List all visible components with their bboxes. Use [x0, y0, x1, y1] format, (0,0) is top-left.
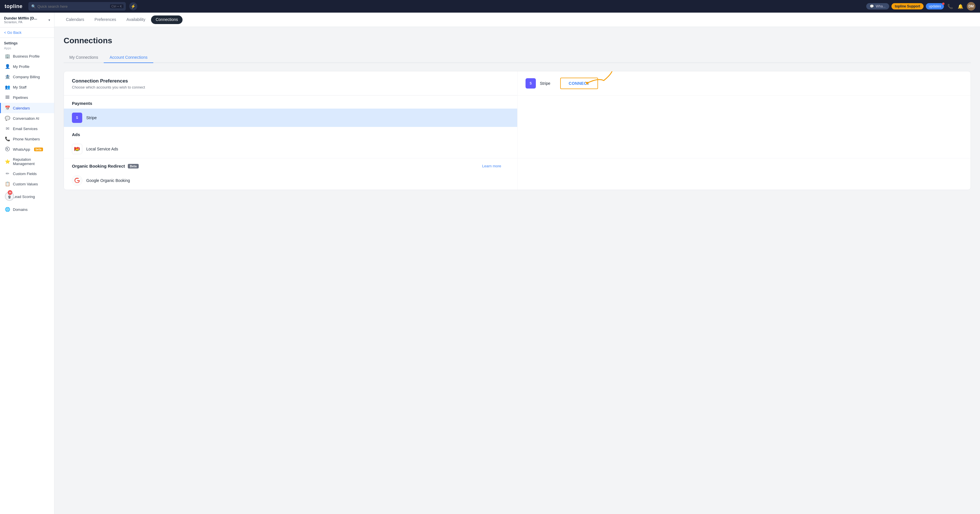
tab-account-connections[interactable]: Account Connections [104, 52, 153, 63]
sidebar-item-pipelines[interactable]: Pipelines [0, 92, 54, 103]
svg-rect-6 [528, 80, 534, 86]
stripe-connection-item[interactable]: Stripe [64, 108, 517, 127]
sidebar-label: WhatsApp [13, 147, 30, 151]
annotation-area: CONNECT [560, 78, 598, 89]
go-back-label: < Go Back [4, 30, 21, 35]
sidebar-item-lead-scoring[interactable]: g 35 Lead Scoring [0, 189, 54, 204]
updates-label: updates [929, 4, 941, 8]
staff-icon: 👥 [5, 84, 10, 90]
sidebar-item-reputation-management[interactable]: ⭐ Reputation Management [0, 155, 54, 169]
support-button[interactable]: topline Support [891, 3, 924, 10]
star-icon: ⭐ [5, 159, 10, 164]
connection-pref-header: Connection Preferences Choose which acco… [64, 72, 517, 95]
sidebar-label: Pipelines [13, 95, 28, 100]
sidebar-label: Custom Fields [13, 172, 37, 176]
account-name: Dunder Mifflin [D... [4, 16, 46, 20]
grader-icon: g 35 [5, 192, 10, 202]
local-service-ads-label: Local Service Ads [86, 147, 118, 151]
account-switcher[interactable]: Dunder Mifflin [D... Scranton, PA ▾ [0, 13, 54, 27]
sidebar-item-conversation-ai[interactable]: 💬 Conversation AI [0, 113, 54, 124]
calendar-icon: 📅 [5, 105, 10, 111]
sidebar-label: Reputation Management [13, 157, 50, 166]
connect-button[interactable]: CONNECT [560, 78, 598, 89]
phone-button[interactable]: 📞 [946, 2, 954, 10]
sidebar-label: Email Services [13, 127, 38, 131]
google-organic-label: Google Organic Booking [86, 178, 130, 183]
avatar-initials: DM [969, 4, 974, 8]
payments-right [517, 96, 970, 127]
avatar[interactable]: DM [967, 2, 975, 11]
payments-section-title: Payments [64, 96, 517, 108]
svg-text:g: g [8, 194, 11, 199]
sidebar-label: Phone Numbers [13, 137, 40, 141]
sidebar-item-phone-numbers[interactable]: 📞 Phone Numbers [0, 134, 54, 144]
stripe-icon [72, 113, 82, 123]
tab-availability[interactable]: Availability [122, 13, 150, 26]
payments-left: Payments Stripe [64, 96, 517, 127]
edit-icon: ✏ [5, 171, 10, 176]
sidebar-item-my-profile[interactable]: 👤 My Profile [0, 61, 54, 72]
phone-numbers-icon: 📞 [5, 136, 10, 142]
beta-badge: beta [34, 148, 43, 151]
sidebar-label: Business Profile [13, 54, 40, 59]
tab-calendars[interactable]: Calendars [61, 13, 89, 26]
billing-icon: 🏦 [5, 74, 10, 80]
sidebar: Dunder Mifflin [D... Scranton, PA ▾ < Go… [0, 13, 54, 514]
tab-my-connections[interactable]: My Connections [64, 52, 104, 63]
google-organic-item[interactable]: Google Organic Booking [64, 171, 517, 190]
updates-button[interactable]: updates [926, 3, 944, 10]
page-title: Connections [64, 36, 971, 45]
organic-right [517, 158, 970, 190]
sidebar-item-my-staff[interactable]: 👥 My Staff [0, 82, 54, 92]
sidebar-item-whatsapp[interactable]: WhatsApp beta [0, 144, 54, 155]
account-info: Dunder Mifflin [D... Scranton, PA [4, 16, 46, 24]
pipelines-icon [5, 95, 10, 100]
learn-more-link[interactable]: Learn more [482, 164, 509, 168]
organic-left: Organic Booking Redirect Beta Learn more [64, 158, 517, 190]
sidebar-label: Calendars [13, 106, 30, 110]
sidebar-item-custom-values[interactable]: 📋 Custom Values [0, 179, 54, 189]
svg-rect-1 [5, 97, 10, 97]
domains-icon: 🌐 [5, 207, 10, 212]
topnav: topline 🔍 Ctrl + K ⚡ 💬 Wha... topline Su… [0, 0, 980, 13]
building-icon: 🏢 [5, 54, 10, 59]
google-g-icon [72, 175, 82, 186]
phone-icon: 📞 [947, 4, 953, 9]
subnav: Calendars Preferences Availability Conne… [54, 13, 980, 27]
sidebar-item-custom-fields[interactable]: ✏ Custom Fields [0, 169, 54, 179]
organic-section-header: Organic Booking Redirect Beta Learn more [64, 158, 517, 171]
email-icon: ✉ [5, 126, 10, 131]
sidebar-item-email-services[interactable]: ✉ Email Services [0, 124, 54, 134]
search-bar: 🔍 Ctrl + K [29, 2, 126, 11]
sidebar-label: My Staff [13, 85, 26, 89]
right-header-panel: Stripe CONNECT [517, 72, 970, 95]
sidebar-item-company-billing[interactable]: 🏦 Company Billing [0, 72, 54, 82]
logo: topline [5, 3, 23, 10]
content-tabs: My Connections Account Connections [64, 52, 971, 63]
bell-icon: 🔔 [958, 4, 963, 9]
sidebar-item-domains[interactable]: 🌐 Domains [0, 204, 54, 215]
sidebar-label: Company Billing [13, 75, 40, 79]
sidebar-label: Lead Scoring [13, 194, 35, 199]
support-label: topline Support [895, 4, 920, 8]
sidebar-item-calendars[interactable]: 📅 Calendars [0, 103, 54, 113]
tab-connections[interactable]: Connections [151, 16, 183, 24]
local-service-ads-item[interactable]: M [64, 140, 517, 158]
main-content: Calendars Preferences Availability Conne… [54, 13, 980, 514]
go-back-link[interactable]: < Go Back [0, 27, 54, 38]
connection-card: Connection Preferences Choose which acco… [64, 71, 971, 190]
bell-button[interactable]: 🔔 [956, 2, 964, 10]
bolt-button[interactable]: ⚡ [129, 2, 137, 10]
sidebar-item-business-profile[interactable]: 🏢 Business Profile [0, 51, 54, 61]
chevron-down-icon: ▾ [48, 18, 50, 22]
apps-label: Apps [0, 46, 54, 51]
stripe-item-label: Stripe [86, 115, 97, 120]
search-shortcut: Ctrl + K [110, 4, 124, 8]
stripe-icon-right [525, 78, 536, 89]
topnav-right: 💬 Wha... topline Support updates 📞 🔔 DM [866, 2, 975, 11]
chat-label: Wha... [876, 4, 886, 8]
svg-rect-0 [5, 96, 10, 96]
chat-button[interactable]: 💬 Wha... [866, 3, 889, 10]
tab-preferences[interactable]: Preferences [90, 13, 121, 26]
ads-right [517, 127, 970, 158]
